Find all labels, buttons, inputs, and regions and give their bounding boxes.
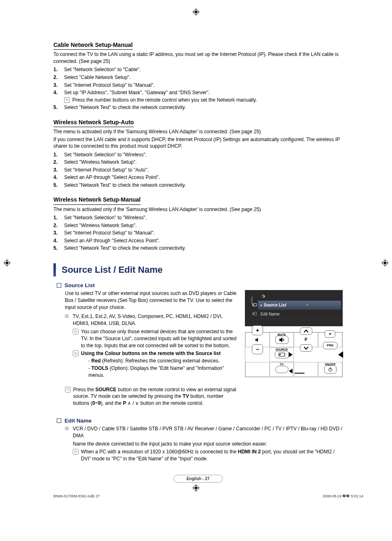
steps-list: 1.Set "Network Selection" to "Wireless".…: [53, 214, 343, 252]
step-text: Set "Internet Protocol Setup" to "Manual…: [64, 230, 343, 237]
input-icon: [252, 303, 257, 307]
step-text: Select "Network Test" to check the netwo…: [64, 104, 343, 111]
registration-mark-icon: [192, 484, 200, 492]
source-list-intro: Use to select TV or other external input…: [65, 290, 238, 311]
remote-icon: O: [65, 387, 71, 392]
step-subnote: Press the number buttons on the remote c…: [72, 97, 257, 104]
note-icon: N: [73, 449, 78, 455]
volume-up-button: +: [252, 325, 263, 335]
onoff-label: ON/OFF: [325, 363, 335, 366]
volume-down-button: −: [252, 344, 263, 354]
registration-mark-icon: [3, 259, 11, 267]
edit-name-para: Name the device connected to the input j…: [73, 441, 343, 448]
step-text: Select "Network Test" to check the netwo…: [64, 245, 343, 252]
arrow-right-icon: [289, 352, 293, 357]
remote-instruction: Press the SOURCE button on the remote co…: [73, 386, 238, 407]
source-list-note2-title: Using the Colour buttons on the remote w…: [81, 351, 221, 356]
sub-heading-source-list: Source List: [65, 282, 95, 288]
steps-list: 1.Set "Network Selection" to "Wireless".…: [53, 151, 343, 189]
step-text: Set "Network Selection" to "Wireless".: [64, 151, 343, 158]
square-bullet-icon: [65, 314, 69, 318]
tv-button: [275, 366, 288, 373]
arrow-left-icon: [289, 369, 293, 374]
osd-row-edit-name: Edit Name: [261, 312, 280, 316]
step-text: Set "Internet Protocol Setup" to "Manual…: [64, 82, 343, 89]
step-text: Set "Internet Protocol Setup" to "Auto".: [64, 167, 343, 174]
section-intro: The menu is activated only if the 'Samsu…: [53, 128, 343, 135]
note-icon: N: [64, 97, 70, 103]
section-title-cable-manual: Cable Network Setup-Manual: [53, 41, 133, 50]
red-label: Red: [91, 358, 101, 364]
mute-button: [275, 336, 288, 344]
edit-name-note: When a PC with a resolution of 1920 x 10…: [81, 448, 343, 462]
prev-ch-button: PRE: [323, 342, 337, 349]
red-desc: (Refresh): Refreshes the connecting exte…: [101, 358, 219, 364]
tools-label: TOOLS: [91, 365, 108, 371]
onoff-button: [324, 365, 337, 374]
mute-label: MUTE: [278, 333, 286, 336]
step-text: Select "Network Test" to check the netwo…: [64, 182, 343, 189]
source-button: [275, 351, 289, 358]
source-list-note1: You can choose only those external devic…: [81, 328, 238, 349]
registration-mark-icon: [192, 8, 200, 16]
application-icon: [252, 312, 257, 316]
svg-rect-14: [254, 313, 255, 315]
sub-heading-edit-name: Edit Name: [65, 418, 92, 424]
channel-up-button: [300, 327, 312, 335]
osd-row-source-list: Source List: [264, 303, 286, 307]
volume-icon: [255, 338, 261, 342]
note-icon: N: [73, 329, 78, 334]
p-label: P: [304, 337, 307, 342]
footer-timestamp: 2008-08-19 �� 5:01:14: [323, 494, 363, 498]
section-title-wireless-auto: Wireless Network Setup-Auto: [53, 118, 134, 127]
step-text: Select an AP through "Select Access Poin…: [64, 174, 343, 181]
square-bullet-icon: [57, 283, 61, 288]
registration-mark-icon: [381, 259, 389, 267]
source-list-items: TV, Ext.1, Ext.2, AV, S-Video, Component…: [73, 313, 223, 326]
footer-doc-id: BN68-01700M-ENG.indb 27: [53, 494, 100, 498]
osd-screenshot: Input ▸Source List Edit N: [245, 290, 343, 326]
arrow-left-icon: [338, 351, 343, 358]
step-text: Set "Network Selection" to "Wireless".: [64, 214, 343, 221]
tv-label: TV: [280, 363, 284, 366]
step-text: Select "Cable Network Setup".: [64, 74, 343, 81]
source-label: SOURCE: [276, 348, 288, 351]
square-bullet-icon: [65, 427, 69, 430]
gear-icon: [261, 294, 265, 299]
page-number-pill: English - 27: [173, 475, 223, 483]
step-text: Select an AP through "Select Access Poin…: [64, 237, 343, 244]
step-text: Select "Wireless Network Setup".: [64, 159, 343, 166]
heading-bar-icon: [53, 263, 56, 276]
edit-name-devices: VCR / DVD / Cable STB / Satellite STB / …: [73, 426, 342, 439]
square-bullet-icon: [57, 418, 61, 423]
section-intro: The menu is activated only if the 'Samsu…: [53, 206, 343, 213]
exit-button: ⎆: [325, 330, 335, 338]
remote-control-diagram: + − MUTE P: [245, 332, 343, 377]
note-icon: N: [73, 351, 78, 356]
step-text: Set "Network Selection" to "Cable".: [64, 66, 343, 73]
section-intro: To connect the TV to the LAN using a sta…: [53, 51, 343, 65]
channel-down-button: [300, 344, 312, 352]
steps-list: 1.Set "Network Selection" to "Cable". 2.…: [53, 66, 343, 111]
section-intro: If you connect the LAN cable and it supp…: [53, 136, 343, 150]
major-heading: Source List / Edit Name: [62, 265, 163, 275]
tools-desc: (Option): Displays the "Edit Name" and "…: [88, 365, 224, 378]
step-text: Select "Wireless Network Setup".: [64, 222, 343, 229]
step-text: Set up "IP Address", "Subnet Mask", "Gat…: [64, 90, 210, 95]
section-title-wireless-manual: Wireless Network Setup-Manual: [53, 196, 141, 204]
